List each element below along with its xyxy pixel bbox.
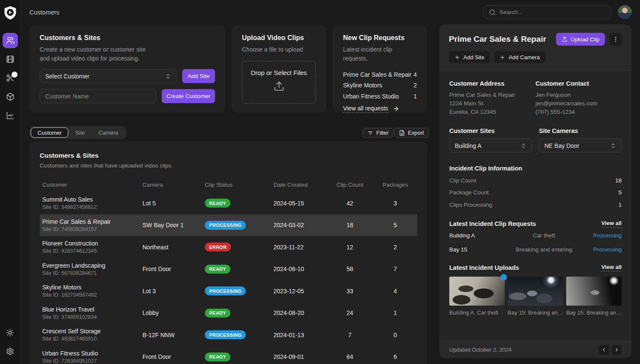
panel-header: Prime Car Sales & Repair Upload Clip Add… xyxy=(439,24,631,71)
sidebar-item-packages[interactable] xyxy=(3,89,18,104)
tab[interactable]: Customer xyxy=(31,127,68,138)
package-count: 5 xyxy=(373,222,417,228)
latest-incident-uploads: Latest Incident Uploads View all Buildin… xyxy=(449,264,622,316)
card-subtitle: Choose a file to upload xyxy=(242,45,316,54)
select-customer-dropdown[interactable]: Select Customer xyxy=(40,69,177,83)
table-row[interactable]: Blue Horizon Travel Site ID: 37485910283… xyxy=(40,302,417,324)
chevron-right-icon xyxy=(614,347,620,352)
file-dropzone[interactable]: Drop or Select Files xyxy=(242,61,316,104)
package-count: 7 xyxy=(373,266,417,272)
previous-page-button[interactable] xyxy=(599,345,609,355)
processing-status-link[interactable]: Processing xyxy=(588,246,622,253)
col-packages: Packages xyxy=(373,182,417,188)
site-id: Site ID: 182734567492 xyxy=(42,292,143,298)
view-all-requests-link[interactable]: View all requests xyxy=(343,105,417,113)
user-avatar[interactable] xyxy=(618,5,632,19)
panel-footer: Updated October 2, 2024 xyxy=(439,341,631,358)
info-row: Clip Count 18 xyxy=(449,174,622,187)
dropzone-label: Drop or Select Files xyxy=(251,69,307,76)
view-all-uploads-link[interactable]: View all xyxy=(602,264,622,272)
clip-request-row: Skyline Motors 2 xyxy=(343,80,417,91)
gear-icon xyxy=(6,347,14,355)
table-row[interactable]: Crescent Self Storage Site ID: 493827465… xyxy=(40,324,417,346)
clip-count: 12 xyxy=(326,244,373,251)
package-count: 2 xyxy=(373,244,417,251)
camera-name: Front Door xyxy=(143,266,205,272)
status-badge: READY xyxy=(205,265,230,274)
table-row[interactable]: Evergreen Landscaping Site ID: 567839284… xyxy=(40,258,417,280)
site-cameras-dropdown[interactable]: NE Bay Door xyxy=(539,139,622,153)
upload-clip-button[interactable]: Upload Clip xyxy=(556,33,605,46)
date-created: 2024-08-20 xyxy=(273,309,326,316)
table-row[interactable]: Pioneer Construction Site ID: 9283746123… xyxy=(40,236,417,258)
sidebar-item-clips[interactable] xyxy=(3,52,18,67)
camera-name: Northeast xyxy=(143,244,205,251)
table-row[interactable]: Prime Car Sales & Repair Site ID: 745639… xyxy=(40,214,417,237)
panel-add-site-button[interactable]: Add Site xyxy=(449,51,490,63)
theme-toggle[interactable] xyxy=(3,325,18,340)
camera-name: Lobby xyxy=(143,309,205,316)
next-page-button[interactable] xyxy=(612,345,622,355)
create-customer-button[interactable]: Create Customer xyxy=(162,89,215,103)
sidebar xyxy=(0,0,20,364)
customer-contact-block: Customer Contact Jen Ferguson jen@primec… xyxy=(535,80,622,116)
site-id: Site ID: 567839284671 xyxy=(42,270,143,276)
clip-count: 24 xyxy=(326,309,373,316)
request-count: 1 xyxy=(413,93,417,100)
upload-thumbnail[interactable] xyxy=(449,277,505,306)
search-input[interactable] xyxy=(500,9,606,15)
tab[interactable]: Camera xyxy=(92,127,125,138)
request-customer-name: Prime Car Sales & Repair xyxy=(343,71,411,78)
filter-button[interactable]: Filter xyxy=(363,128,393,138)
table-subtitle: Customers and sites that have uploaded v… xyxy=(40,162,417,169)
table-row[interactable]: Summit Auto Sales Site ID: 349827456812 … xyxy=(40,192,417,214)
clip-count: 64 xyxy=(326,353,373,360)
plus-icon xyxy=(454,55,460,60)
date-created: 2024-06-10 xyxy=(273,266,326,272)
view-tabs: CustomerSiteCamera xyxy=(29,126,126,139)
add-site-button[interactable]: Add Site xyxy=(182,69,215,83)
package-count: 4 xyxy=(373,288,417,295)
customer-sites-dropdown[interactable]: Building A xyxy=(449,139,532,153)
panel-add-camera-button[interactable]: Add Camera xyxy=(494,51,545,63)
site-id: Site ID: 928374612345 xyxy=(42,248,143,254)
upload-thumbnail[interactable] xyxy=(508,277,563,306)
latest-incident-clip-requests: Latest Incident Clip Requests View all B… xyxy=(449,220,622,256)
customer-name: Prime Car Sales & Repair xyxy=(42,218,143,225)
sidebar-item-customers[interactable] xyxy=(3,33,18,48)
customer-address-block: Customer Address Prime Car Sales & Repai… xyxy=(449,80,535,116)
filter-icon xyxy=(367,130,373,136)
table-row[interactable]: Urban Fitness Studio Site ID: 7263849510… xyxy=(40,346,417,364)
upload-thumbnail[interactable] xyxy=(566,277,622,306)
processing-status-link[interactable]: Processing xyxy=(588,232,622,239)
kebab-menu-icon xyxy=(612,36,619,43)
table-row[interactable]: Skyline Motors Site ID: 182734567492 Lot… xyxy=(40,280,417,302)
package-count: 1 xyxy=(373,309,417,316)
request-count: 2 xyxy=(413,82,417,89)
sidebar-item-editor[interactable] xyxy=(3,70,18,86)
tab[interactable]: Site xyxy=(68,127,91,138)
status-badge: READY xyxy=(205,199,230,208)
table-body: Summit Auto Sales Site ID: 349827456812 … xyxy=(29,192,427,364)
date-created: 2024-03-02 xyxy=(273,222,326,228)
customer-name: Blue Horizon Travel xyxy=(42,306,143,313)
settings-button[interactable] xyxy=(3,344,18,359)
sidebar-item-analytics[interactable] xyxy=(3,108,18,123)
customer-name: Evergreen Landscaping xyxy=(42,262,143,269)
customer-detail-panel: Prime Car Sales & Repair Upload Clip Add… xyxy=(439,24,631,358)
clip-count: 58 xyxy=(326,266,373,272)
export-button[interactable]: Export xyxy=(394,128,429,138)
request-count: 4 xyxy=(413,71,417,78)
col-date-created: Date Created xyxy=(273,182,326,188)
search-icon xyxy=(489,9,496,16)
site-id: Site ID: 493827465910 xyxy=(42,336,143,342)
clip-count: 42 xyxy=(326,200,373,207)
topbar: Customers xyxy=(20,0,640,24)
upload-item: Building A: Car theft xyxy=(449,277,505,316)
more-options-button[interactable] xyxy=(609,33,622,46)
view-all-clip-requests-link[interactable]: View all xyxy=(602,220,622,228)
sun-icon xyxy=(6,329,14,337)
customer-name-input[interactable] xyxy=(40,89,156,103)
site-id: Site ID: 374859102834 xyxy=(42,314,143,320)
upload-icon xyxy=(273,81,285,92)
